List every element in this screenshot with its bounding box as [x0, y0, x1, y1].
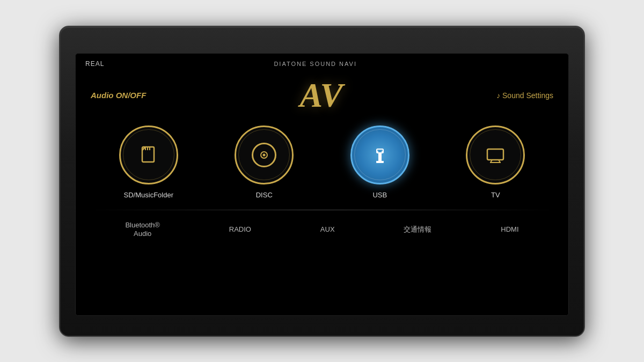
audio-toggle-button[interactable]: Audio ON/OFF [91, 91, 146, 100]
usb-icon-item[interactable]: USB [350, 125, 409, 199]
page-title: AV [299, 78, 343, 113]
main-content: Audio ON/OFF AV ♪ Sound Settings [76, 73, 568, 315]
sd-card-icon [136, 143, 161, 167]
screen: REAL DIATONE SOUND NAVI Audio ON/OFF AV … [75, 53, 569, 316]
svg-line-11 [491, 160, 492, 162]
tv-icon-item[interactable]: TV [466, 125, 525, 199]
svg-line-12 [499, 160, 500, 162]
model-name-label: DIATONE SOUND NAVI [274, 61, 357, 67]
usb-label: USB [372, 191, 387, 199]
tv-icon-circle [466, 125, 525, 184]
svg-rect-5 [377, 149, 383, 153]
svg-rect-10 [487, 149, 503, 160]
disc-icon [252, 143, 276, 167]
brand-label: REAL [85, 60, 104, 68]
usb-icon-circle [350, 125, 409, 184]
sd-label: SD/MusicFolder [124, 191, 173, 199]
header-row: Audio ON/OFF AV ♪ Sound Settings [91, 78, 553, 113]
bluetooth-nav-item[interactable]: Bluetooth®Audio [120, 219, 165, 241]
disc-icon-item[interactable]: DISC [235, 125, 294, 199]
svg-rect-7 [376, 161, 384, 163]
aux-nav-item[interactable]: AUX [315, 223, 340, 237]
tv-icon [483, 143, 508, 167]
radio-nav-item[interactable]: RADIO [224, 223, 257, 237]
traffic-nav-item[interactable]: 交通情報 [398, 223, 437, 237]
hdmi-nav-item[interactable]: HDMI [495, 223, 524, 237]
source-icons-row: SD/MusicFolder DISC [91, 125, 553, 199]
svg-rect-6 [378, 153, 382, 162]
device-unit: REAL DIATONE SOUND NAVI Audio ON/OFF AV … [59, 26, 585, 337]
top-bar: REAL DIATONE SOUND NAVI [76, 54, 568, 73]
tv-label: TV [491, 191, 500, 199]
svg-rect-0 [142, 147, 154, 162]
disc-label: DISC [256, 191, 273, 199]
sd-icon-item[interactable]: SD/MusicFolder [119, 125, 178, 199]
bottom-nav: Bluetooth®Audio RADIO AUX 交通情報 HDMI [91, 219, 553, 246]
divider [91, 210, 553, 210]
sd-icon-circle [119, 125, 178, 184]
disc-icon-circle [235, 125, 294, 184]
usb-icon [368, 143, 392, 167]
sound-settings-button[interactable]: ♪ Sound Settings [496, 91, 553, 100]
svg-line-1 [142, 147, 145, 150]
